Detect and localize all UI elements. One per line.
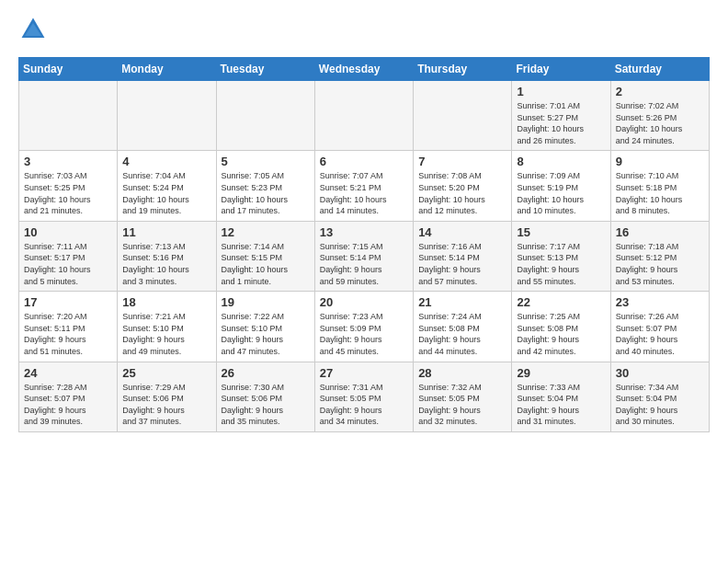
day-number: 9 (616, 155, 704, 168)
day-number: 26 (222, 366, 310, 380)
day-info: Sunrise: 7:16 AM Sunset: 5:14 PM Dayligh… (418, 241, 506, 287)
calendar-cell: 19Sunrise: 7:22 AM Sunset: 5:10 PM Dayli… (216, 292, 314, 362)
day-info: Sunrise: 7:23 AM Sunset: 5:09 PM Dayligh… (320, 311, 408, 357)
day-info: Sunrise: 7:26 AM Sunset: 5:07 PM Dayligh… (616, 311, 704, 357)
day-number: 8 (517, 155, 605, 168)
day-number: 21 (418, 295, 506, 309)
calendar-cell: 23Sunrise: 7:26 AM Sunset: 5:07 PM Dayli… (610, 292, 709, 362)
col-header-sunday: Sunday (19, 58, 118, 81)
day-number: 5 (222, 155, 310, 168)
calendar-cell: 7Sunrise: 7:08 AM Sunset: 5:20 PM Daylig… (414, 151, 512, 221)
day-number: 20 (320, 295, 408, 309)
calendar-cell: 12Sunrise: 7:14 AM Sunset: 5:15 PM Dayli… (216, 221, 314, 291)
calendar-cell: 14Sunrise: 7:16 AM Sunset: 5:14 PM Dayli… (414, 221, 512, 291)
header (18, 15, 710, 44)
week-row-4: 17Sunrise: 7:20 AM Sunset: 5:11 PM Dayli… (19, 292, 710, 362)
calendar-cell: 17Sunrise: 7:20 AM Sunset: 5:11 PM Dayli… (19, 292, 118, 362)
day-info: Sunrise: 7:30 AM Sunset: 5:06 PM Dayligh… (222, 382, 310, 428)
calendar-cell (19, 81, 118, 151)
day-number: 30 (616, 366, 704, 380)
calendar-cell: 30Sunrise: 7:34 AM Sunset: 5:04 PM Dayli… (610, 362, 709, 431)
day-number: 6 (320, 155, 408, 168)
logo (18, 15, 51, 44)
day-number: 7 (418, 155, 506, 168)
calendar-cell: 28Sunrise: 7:32 AM Sunset: 5:05 PM Dayli… (414, 362, 512, 431)
calendar-cell: 5Sunrise: 7:05 AM Sunset: 5:23 PM Daylig… (216, 151, 314, 221)
header-row: SundayMondayTuesdayWednesdayThursdayFrid… (19, 58, 710, 81)
day-number: 13 (320, 225, 408, 239)
calendar-cell: 2Sunrise: 7:02 AM Sunset: 5:26 PM Daylig… (610, 81, 709, 151)
day-number: 10 (24, 225, 112, 239)
logo-icon (18, 15, 48, 44)
day-info: Sunrise: 7:17 AM Sunset: 5:13 PM Dayligh… (517, 241, 605, 287)
day-info: Sunrise: 7:32 AM Sunset: 5:05 PM Dayligh… (418, 382, 506, 428)
day-info: Sunrise: 7:03 AM Sunset: 5:25 PM Dayligh… (24, 170, 112, 216)
day-info: Sunrise: 7:28 AM Sunset: 5:07 PM Dayligh… (24, 382, 112, 428)
col-header-friday: Friday (512, 58, 610, 81)
col-header-wednesday: Wednesday (314, 58, 413, 81)
calendar-cell: 27Sunrise: 7:31 AM Sunset: 5:05 PM Dayli… (314, 362, 413, 431)
day-info: Sunrise: 7:34 AM Sunset: 5:04 PM Dayligh… (616, 382, 704, 428)
week-row-1: 1Sunrise: 7:01 AM Sunset: 5:27 PM Daylig… (19, 81, 710, 151)
day-info: Sunrise: 7:15 AM Sunset: 5:14 PM Dayligh… (320, 241, 408, 287)
day-number: 12 (222, 225, 310, 239)
day-info: Sunrise: 7:09 AM Sunset: 5:19 PM Dayligh… (517, 170, 605, 216)
day-number: 14 (418, 225, 506, 239)
day-number: 17 (24, 295, 112, 309)
calendar-cell (314, 81, 413, 151)
calendar-cell (118, 81, 216, 151)
calendar-table: SundayMondayTuesdayWednesdayThursdayFrid… (18, 57, 710, 432)
day-number: 18 (122, 295, 210, 309)
day-number: 4 (122, 155, 210, 168)
calendar-cell: 9Sunrise: 7:10 AM Sunset: 5:18 PM Daylig… (610, 151, 709, 221)
calendar-cell: 21Sunrise: 7:24 AM Sunset: 5:08 PM Dayli… (414, 292, 512, 362)
day-info: Sunrise: 7:01 AM Sunset: 5:27 PM Dayligh… (517, 100, 605, 146)
day-number: 23 (616, 295, 704, 309)
calendar-cell: 26Sunrise: 7:30 AM Sunset: 5:06 PM Dayli… (216, 362, 314, 431)
calendar-cell: 4Sunrise: 7:04 AM Sunset: 5:24 PM Daylig… (118, 151, 216, 221)
calendar-cell: 1Sunrise: 7:01 AM Sunset: 5:27 PM Daylig… (512, 81, 610, 151)
calendar-cell: 16Sunrise: 7:18 AM Sunset: 5:12 PM Dayli… (610, 221, 709, 291)
day-number: 25 (122, 366, 210, 380)
day-info: Sunrise: 7:07 AM Sunset: 5:21 PM Dayligh… (320, 170, 408, 216)
calendar-cell: 18Sunrise: 7:21 AM Sunset: 5:10 PM Dayli… (118, 292, 216, 362)
calendar-cell: 10Sunrise: 7:11 AM Sunset: 5:17 PM Dayli… (19, 221, 118, 291)
day-info: Sunrise: 7:04 AM Sunset: 5:24 PM Dayligh… (122, 170, 210, 216)
day-info: Sunrise: 7:14 AM Sunset: 5:15 PM Dayligh… (222, 241, 310, 287)
page: SundayMondayTuesdayWednesdayThursdayFrid… (0, 0, 728, 443)
day-info: Sunrise: 7:18 AM Sunset: 5:12 PM Dayligh… (616, 241, 704, 287)
day-number: 2 (616, 85, 704, 98)
calendar-cell: 11Sunrise: 7:13 AM Sunset: 5:16 PM Dayli… (118, 221, 216, 291)
day-number: 29 (517, 366, 605, 380)
calendar-cell: 24Sunrise: 7:28 AM Sunset: 5:07 PM Dayli… (19, 362, 118, 431)
calendar-cell: 20Sunrise: 7:23 AM Sunset: 5:09 PM Dayli… (314, 292, 413, 362)
calendar-cell: 3Sunrise: 7:03 AM Sunset: 5:25 PM Daylig… (19, 151, 118, 221)
day-number: 15 (517, 225, 605, 239)
calendar-cell (414, 81, 512, 151)
calendar-cell: 8Sunrise: 7:09 AM Sunset: 5:19 PM Daylig… (512, 151, 610, 221)
day-info: Sunrise: 7:33 AM Sunset: 5:04 PM Dayligh… (517, 382, 605, 428)
day-number: 3 (24, 155, 112, 168)
week-row-5: 24Sunrise: 7:28 AM Sunset: 5:07 PM Dayli… (19, 362, 710, 431)
day-info: Sunrise: 7:24 AM Sunset: 5:08 PM Dayligh… (418, 311, 506, 357)
day-info: Sunrise: 7:05 AM Sunset: 5:23 PM Dayligh… (222, 170, 310, 216)
day-info: Sunrise: 7:11 AM Sunset: 5:17 PM Dayligh… (24, 241, 112, 287)
day-info: Sunrise: 7:13 AM Sunset: 5:16 PM Dayligh… (122, 241, 210, 287)
calendar-cell: 25Sunrise: 7:29 AM Sunset: 5:06 PM Dayli… (118, 362, 216, 431)
day-info: Sunrise: 7:29 AM Sunset: 5:06 PM Dayligh… (122, 382, 210, 428)
col-header-monday: Monday (118, 58, 216, 81)
day-number: 1 (517, 85, 605, 98)
col-header-thursday: Thursday (414, 58, 512, 81)
day-info: Sunrise: 7:22 AM Sunset: 5:10 PM Dayligh… (222, 311, 310, 357)
week-row-3: 10Sunrise: 7:11 AM Sunset: 5:17 PM Dayli… (19, 221, 710, 291)
day-number: 28 (418, 366, 506, 380)
col-header-tuesday: Tuesday (216, 58, 314, 81)
day-number: 11 (122, 225, 210, 239)
day-number: 27 (320, 366, 408, 380)
calendar-cell: 15Sunrise: 7:17 AM Sunset: 5:13 PM Dayli… (512, 221, 610, 291)
calendar-cell: 6Sunrise: 7:07 AM Sunset: 5:21 PM Daylig… (314, 151, 413, 221)
day-number: 24 (24, 366, 112, 380)
calendar-cell (216, 81, 314, 151)
day-info: Sunrise: 7:25 AM Sunset: 5:08 PM Dayligh… (517, 311, 605, 357)
day-info: Sunrise: 7:21 AM Sunset: 5:10 PM Dayligh… (122, 311, 210, 357)
